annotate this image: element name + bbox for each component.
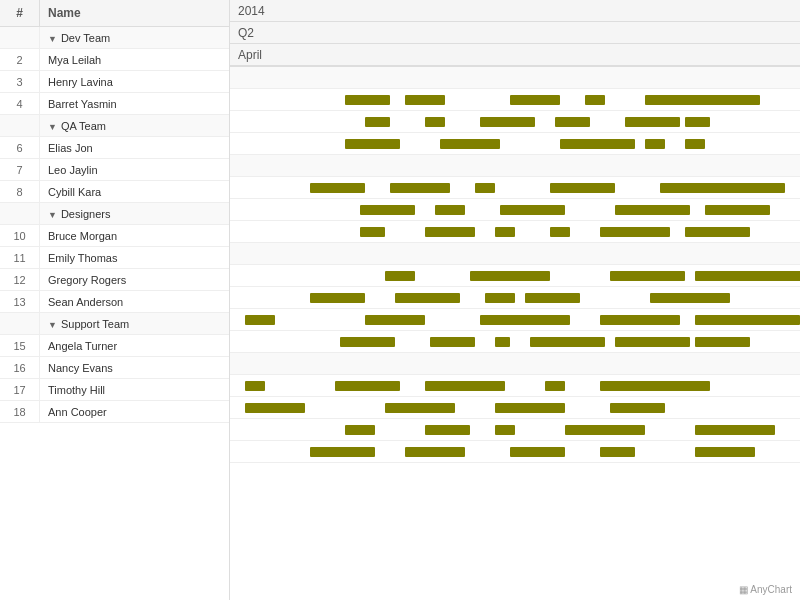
- gantt-bar[interactable]: [560, 139, 635, 149]
- gantt-bar[interactable]: [365, 315, 425, 325]
- gantt-bar[interactable]: [510, 95, 560, 105]
- gantt-bar[interactable]: [585, 95, 605, 105]
- gantt-bar[interactable]: [430, 337, 475, 347]
- gantt-bar[interactable]: [395, 293, 460, 303]
- gantt-bar[interactable]: [625, 117, 680, 127]
- gantt-bar[interactable]: [405, 447, 465, 457]
- gantt-bar[interactable]: [485, 293, 515, 303]
- gantt-bar[interactable]: [610, 271, 685, 281]
- gantt-bar[interactable]: [495, 425, 515, 435]
- chart-panel: 2014 Q2 April ▦ AnyChart: [230, 0, 800, 600]
- gantt-bar[interactable]: [425, 117, 445, 127]
- gantt-bar[interactable]: [545, 381, 565, 391]
- gantt-bar[interactable]: [645, 139, 665, 149]
- gantt-bar[interactable]: [685, 95, 705, 105]
- gantt-bar[interactable]: [550, 183, 615, 193]
- gantt-bar[interactable]: [405, 95, 445, 105]
- row-num: [0, 203, 40, 224]
- collapse-icon[interactable]: ▼: [48, 320, 57, 330]
- table-row: ▼QA Team: [0, 115, 229, 137]
- gantt-bar[interactable]: [695, 447, 755, 457]
- gantt-bar[interactable]: [695, 271, 800, 281]
- gantt-bar[interactable]: [310, 183, 365, 193]
- gantt-bar[interactable]: [500, 205, 565, 215]
- gantt-bar[interactable]: [435, 205, 465, 215]
- gantt-bar[interactable]: [705, 205, 770, 215]
- anychart-logo: ▦ AnyChart: [739, 584, 792, 595]
- table-row: ▼Support Team: [0, 313, 229, 335]
- gantt-bar[interactable]: [425, 381, 505, 391]
- gantt-bar[interactable]: [335, 381, 400, 391]
- table-row: 4Barret Yasmin: [0, 93, 229, 115]
- gantt-bar[interactable]: [310, 447, 375, 457]
- gantt-bar[interactable]: [340, 337, 395, 347]
- row-num: 12: [0, 269, 40, 290]
- row-num: 15: [0, 335, 40, 356]
- chart-row: [230, 243, 800, 265]
- year-label: 2014: [230, 0, 800, 22]
- gantt-bar[interactable]: [360, 227, 385, 237]
- gantt-bar[interactable]: [615, 205, 690, 215]
- chart-row: [230, 199, 800, 221]
- name-header: Name: [40, 0, 229, 26]
- gantt-bar[interactable]: [600, 315, 680, 325]
- gantt-bar[interactable]: [530, 337, 605, 347]
- gantt-bar[interactable]: [245, 315, 275, 325]
- group-label: QA Team: [61, 120, 106, 132]
- collapse-icon[interactable]: ▼: [48, 210, 57, 220]
- gantt-bar[interactable]: [565, 425, 645, 435]
- gantt-bar[interactable]: [245, 403, 305, 413]
- gantt-bar[interactable]: [475, 183, 495, 193]
- gantt-bar[interactable]: [345, 425, 375, 435]
- chart-row: [230, 155, 800, 177]
- gantt-bar[interactable]: [390, 183, 450, 193]
- gantt-bar[interactable]: [525, 293, 580, 303]
- gantt-bar[interactable]: [610, 403, 665, 413]
- chart-row: [230, 111, 800, 133]
- gantt-bar[interactable]: [685, 227, 750, 237]
- month-label: April: [230, 44, 800, 66]
- gantt-bar[interactable]: [385, 271, 415, 281]
- gantt-bar[interactable]: [660, 183, 785, 193]
- gantt-bar[interactable]: [365, 117, 390, 127]
- row-num: 6: [0, 137, 40, 158]
- gantt-bar[interactable]: [440, 139, 500, 149]
- gantt-bar[interactable]: [480, 117, 535, 127]
- gantt-bar[interactable]: [615, 337, 690, 347]
- gantt-bar[interactable]: [495, 227, 515, 237]
- table-row: 15Angela Turner: [0, 335, 229, 357]
- gantt-bar[interactable]: [470, 271, 550, 281]
- gantt-bar[interactable]: [495, 337, 510, 347]
- gantt-bar[interactable]: [495, 403, 565, 413]
- gantt-bar[interactable]: [550, 227, 570, 237]
- gantt-bar[interactable]: [310, 293, 365, 303]
- collapse-icon[interactable]: ▼: [48, 122, 57, 132]
- gantt-bar[interactable]: [600, 381, 710, 391]
- gantt-bar[interactable]: [425, 425, 470, 435]
- gantt-bar[interactable]: [600, 227, 670, 237]
- gantt-bar[interactable]: [685, 139, 705, 149]
- row-num: 18: [0, 401, 40, 422]
- table-body: ▼Dev Team2Mya Leilah3Henry Lavina4Barret…: [0, 27, 229, 423]
- row-num: 8: [0, 181, 40, 202]
- gantt-bar[interactable]: [425, 227, 475, 237]
- gantt-bar[interactable]: [345, 139, 400, 149]
- gantt-bar[interactable]: [695, 425, 775, 435]
- gantt-bar[interactable]: [480, 315, 570, 325]
- collapse-icon[interactable]: ▼: [48, 34, 57, 44]
- gantt-bar[interactable]: [360, 205, 415, 215]
- gantt-bar[interactable]: [245, 381, 265, 391]
- chart-row: [230, 419, 800, 441]
- gantt-bar[interactable]: [555, 117, 590, 127]
- gantt-bar[interactable]: [650, 293, 730, 303]
- gantt-bar[interactable]: [695, 337, 750, 347]
- row-name: Bruce Morgan: [40, 230, 229, 242]
- chart-row: [230, 375, 800, 397]
- gantt-bar[interactable]: [600, 447, 635, 457]
- gantt-bar[interactable]: [695, 315, 800, 325]
- gantt-bar[interactable]: [385, 403, 455, 413]
- chart-row: [230, 309, 800, 331]
- gantt-bar[interactable]: [685, 117, 710, 127]
- gantt-bar[interactable]: [510, 447, 565, 457]
- gantt-bar[interactable]: [345, 95, 390, 105]
